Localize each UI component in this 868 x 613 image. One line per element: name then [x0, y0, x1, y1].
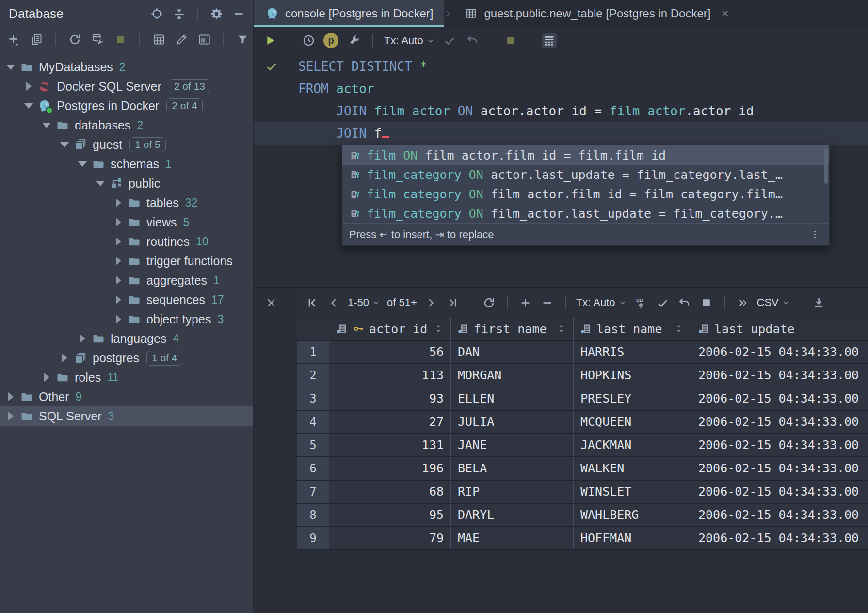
collapsed-arrow-icon[interactable]: [59, 352, 70, 364]
tree-item-mydatabases[interactable]: MyDatabases2: [0, 57, 253, 77]
cell-actor-id[interactable]: 27: [329, 411, 451, 433]
execution-history-icon[interactable]: [301, 33, 316, 48]
cell-actor-id[interactable]: 131: [329, 434, 451, 456]
tree-item-schemas[interactable]: schemas1: [0, 154, 253, 174]
row-number[interactable]: 9: [297, 527, 329, 549]
export-format-selector[interactable]: CSV: [757, 296, 790, 309]
collapsed-arrow-icon[interactable]: [23, 81, 34, 92]
results-commit-icon[interactable]: [655, 295, 671, 310]
tree-item-postgres[interactable]: postgres1 of 4: [0, 348, 253, 368]
row-number[interactable]: 2: [297, 364, 329, 387]
expanded-arrow-icon[interactable]: [5, 61, 16, 73]
cell-first-name[interactable]: JANE: [451, 434, 574, 456]
cell-first-name[interactable]: BELA: [451, 457, 574, 480]
cell-last-name[interactable]: WINSLET: [574, 481, 691, 503]
cell-actor-id[interactable]: 79: [329, 527, 451, 549]
cell-first-name[interactable]: DAN: [451, 341, 574, 363]
console-settings-icon[interactable]: [346, 33, 361, 48]
run-icon[interactable]: [262, 33, 278, 48]
collapsed-arrow-icon[interactable]: [5, 391, 16, 403]
cell-actor-id[interactable]: 113: [329, 364, 451, 387]
sql-editor[interactable]: SELECT DISTINCT *FROM actor JOIN film_ac…: [254, 54, 868, 287]
expanded-arrow-icon[interactable]: [59, 139, 70, 150]
cell-last-update[interactable]: 2006-02-15 04:34:33.00: [691, 527, 868, 549]
expanded-arrow-icon[interactable]: [95, 177, 106, 189]
cell-last-name[interactable]: JACKMAN: [574, 434, 691, 456]
completion-item-1-film-category[interactable]: film_category ON actor.last_update = fil…: [342, 165, 829, 184]
tree-item-databases[interactable]: databases2: [0, 115, 253, 135]
column-header-last-name[interactable]: last_name: [574, 318, 691, 340]
cell-last-update[interactable]: 2006-02-15 04:34:33.00: [691, 434, 868, 456]
filter-icon[interactable]: [235, 32, 250, 47]
cell-last-name[interactable]: PRESLEY: [574, 387, 691, 410]
reload-data-icon[interactable]: [482, 295, 497, 310]
results-rollback-icon[interactable]: [677, 295, 692, 310]
cell-first-name[interactable]: RIP: [451, 481, 574, 503]
cell-actor-id[interactable]: 68: [329, 481, 451, 503]
row-number[interactable]: 1: [297, 341, 329, 363]
tree-item-views[interactable]: views5: [0, 212, 253, 232]
tree-item-languages[interactable]: languages4: [0, 329, 253, 348]
expanded-arrow-icon[interactable]: [23, 100, 34, 112]
tree-item-other[interactable]: Other9: [0, 387, 253, 406]
tree-item-roles[interactable]: roles11: [0, 368, 253, 387]
collapsed-arrow-icon[interactable]: [41, 371, 52, 383]
settings-gear-icon[interactable]: [209, 6, 224, 22]
hide-panel-icon[interactable]: [231, 6, 246, 22]
cell-last-update[interactable]: 2006-02-15 04:34:33.00: [691, 341, 868, 363]
cell-first-name[interactable]: DARYL: [451, 504, 574, 526]
last-page-icon[interactable]: [445, 295, 461, 310]
duplicate-icon[interactable]: [29, 32, 44, 47]
collapsed-arrow-icon[interactable]: [113, 255, 124, 267]
tx-mode-selector[interactable]: Tx: Auto: [384, 34, 435, 47]
rollback-icon[interactable]: [465, 33, 481, 48]
collapse-all-icon[interactable]: [171, 6, 187, 22]
row-number[interactable]: 8: [297, 504, 329, 526]
stop-query-icon[interactable]: [503, 33, 519, 48]
sort-arrows-icon[interactable]: [555, 323, 567, 335]
completion-item-0-film[interactable]: film ON film_actor.film_id = film.film_i…: [342, 145, 829, 165]
refresh-icon[interactable]: [67, 32, 82, 47]
column-header-last-update[interactable]: last_update: [691, 318, 868, 340]
row-number[interactable]: 7: [297, 481, 329, 503]
expanded-arrow-icon[interactable]: [41, 119, 52, 131]
cell-last-update[interactable]: 2006-02-15 04:34:33.00: [691, 481, 868, 503]
cell-last-update[interactable]: 2006-02-15 04:34:33.00: [691, 364, 868, 387]
collapsed-arrow-icon[interactable]: [113, 274, 124, 286]
cell-first-name[interactable]: MORGAN: [451, 364, 574, 387]
tree-item-aggregates[interactable]: aggregates1: [0, 271, 253, 290]
row-number[interactable]: 3: [297, 387, 329, 410]
row-number[interactable]: 5: [297, 434, 329, 456]
sort-arrows-icon[interactable]: [432, 323, 445, 335]
cell-last-name[interactable]: HOPKINS: [574, 364, 691, 387]
edit-source-icon[interactable]: [174, 32, 189, 47]
cell-last-name[interactable]: HOFFMAN: [574, 527, 691, 549]
more-export-actions-icon[interactable]: [735, 295, 751, 310]
tree-item-routines[interactable]: routines10: [0, 232, 253, 251]
cell-last-name[interactable]: WALKEN: [574, 457, 691, 480]
completion-item-2-film-category[interactable]: film_category ON film_actor.film_id = fi…: [342, 184, 829, 204]
previous-page-icon[interactable]: [326, 295, 341, 310]
locate-icon[interactable]: [149, 6, 164, 22]
tree-item-guest[interactable]: guest1 of 5: [0, 135, 253, 154]
jump-to-console-icon[interactable]: QL: [196, 32, 212, 47]
open-table-icon[interactable]: [151, 32, 166, 47]
collapsed-arrow-icon[interactable]: [113, 236, 124, 247]
collapsed-arrow-icon[interactable]: [113, 197, 124, 209]
close-tab-icon[interactable]: [717, 6, 733, 21]
tree-item-trigger-functions[interactable]: trigger functions: [0, 251, 253, 271]
cell-last-update[interactable]: 2006-02-15 04:34:33.00: [691, 457, 868, 480]
tree-item-object-types[interactable]: object types3: [0, 309, 253, 329]
first-page-icon[interactable]: [304, 295, 320, 310]
data-source-properties-icon[interactable]: [90, 32, 105, 47]
column-header-first-name[interactable]: first_name: [451, 318, 574, 340]
add-row-icon[interactable]: [518, 295, 533, 310]
tree-item-postgres-in-docker[interactable]: Postgres in Docker2 of 4: [0, 96, 253, 115]
tree-item-sql-server[interactable]: SQL Server3: [0, 406, 253, 426]
cell-last-name[interactable]: WAHLBERG: [574, 504, 691, 526]
tree-item-sequences[interactable]: sequences17: [0, 290, 253, 309]
cell-actor-id[interactable]: 93: [329, 387, 451, 410]
tab-console[interactable]: console [Postgres in Docker]: [254, 0, 444, 27]
cell-last-update[interactable]: 2006-02-15 04:34:33.00: [691, 411, 868, 433]
expanded-arrow-icon[interactable]: [77, 158, 88, 170]
